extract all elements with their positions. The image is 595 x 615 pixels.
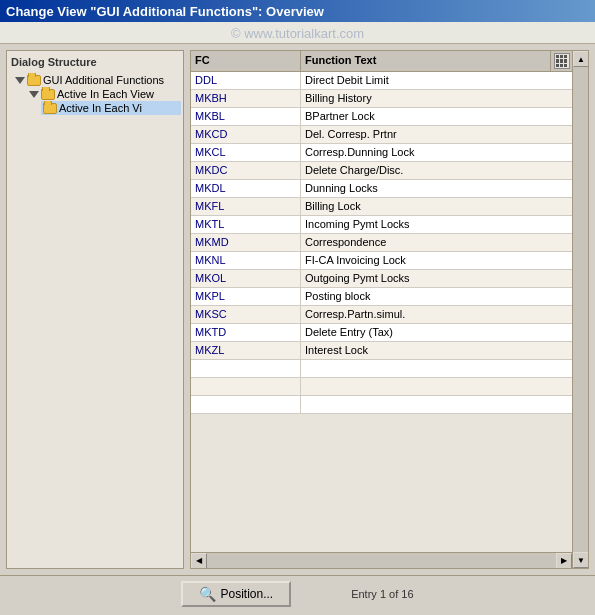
table-row[interactable]: MKZLInterest Lock <box>191 342 572 360</box>
horizontal-scrollbar[interactable]: ◀ ▶ <box>191 552 572 568</box>
cell-function-text <box>301 360 572 377</box>
folder-icon <box>27 75 41 86</box>
cell-fc: MKTL <box>191 216 301 233</box>
sidebar-title: Dialog Structure <box>9 55 181 69</box>
table-row[interactable] <box>191 378 572 396</box>
cell-function-text: Posting block <box>301 288 572 305</box>
sidebar-item-label-2: Active In Each View <box>57 88 154 100</box>
cell-function-text: Interest Lock <box>301 342 572 359</box>
table-row[interactable] <box>191 396 572 414</box>
cell-fc: MKCD <box>191 126 301 143</box>
scroll-up-button[interactable]: ▲ <box>573 51 588 67</box>
table-row[interactable]: MKTDDelete Entry (Tax) <box>191 324 572 342</box>
cell-function-text: Billing Lock <box>301 198 572 215</box>
cell-fc: DDL <box>191 72 301 89</box>
scroll-down-button[interactable]: ▼ <box>573 552 588 568</box>
cell-function-text: Billing History <box>301 90 572 107</box>
cell-function-text: Delete Charge/Disc. <box>301 162 572 179</box>
cell-function-text: FI-CA Invoicing Lock <box>301 252 572 269</box>
bottom-bar: 🔍 Position... Entry 1 of 16 <box>0 575 595 611</box>
table-body[interactable]: DDLDirect Debit LimitMKBHBilling History… <box>191 72 572 552</box>
tree-arrow-open-icon <box>15 77 25 84</box>
cell-function-text <box>301 396 572 413</box>
cell-function-text: Dunning Locks <box>301 180 572 197</box>
scroll-left-button[interactable]: ◀ <box>191 553 207 569</box>
cell-function-text <box>301 378 572 395</box>
cell-fc: MKFL <box>191 198 301 215</box>
cell-fc: MKSC <box>191 306 301 323</box>
cell-function-text: Del. Corresp. Prtnr <box>301 126 572 143</box>
cell-function-text: Corresp.Dunning Lock <box>301 144 572 161</box>
table-row[interactable]: MKDLDunning Locks <box>191 180 572 198</box>
cell-function-text: Delete Entry (Tax) <box>301 324 572 341</box>
cell-function-text: Corresp.Partn.simul. <box>301 306 572 323</box>
table-row[interactable]: MKTLIncoming Pymt Locks <box>191 216 572 234</box>
table-row[interactable]: MKSCCorresp.Partn.simul. <box>191 306 572 324</box>
table-row[interactable]: MKBLBPartner Lock <box>191 108 572 126</box>
table-row[interactable]: MKFLBilling Lock <box>191 198 572 216</box>
sidebar: Dialog Structure GUI Additional Function… <box>6 50 184 569</box>
cell-fc: MKCL <box>191 144 301 161</box>
table-row[interactable]: MKDCDelete Charge/Disc. <box>191 162 572 180</box>
table-row[interactable]: MKNLFI-CA Invoicing Lock <box>191 252 572 270</box>
watermark-text: © www.tutorialkart.com <box>231 26 364 41</box>
cell-fc: MKOL <box>191 270 301 287</box>
table-row[interactable]: MKCLCorresp.Dunning Lock <box>191 144 572 162</box>
position-btn-label: Position... <box>220 587 273 601</box>
cell-fc: MKBL <box>191 108 301 125</box>
table-row[interactable]: MKBHBilling History <box>191 90 572 108</box>
table-row[interactable]: MKCDDel. Corresp. Prtnr <box>191 126 572 144</box>
table-row[interactable]: MKOLOutgoing Pymt Locks <box>191 270 572 288</box>
cell-fc: MKMD <box>191 234 301 251</box>
table-area: FC Function Text DDLDirect Debit LimitMK… <box>190 50 589 569</box>
cell-fc: MKZL <box>191 342 301 359</box>
cell-fc: MKTD <box>191 324 301 341</box>
cell-fc <box>191 378 301 395</box>
table-row[interactable]: MKPLPosting block <box>191 288 572 306</box>
grid-settings-icon[interactable] <box>550 51 572 71</box>
watermark: © www.tutorialkart.com <box>0 22 595 44</box>
cell-fc: MKDL <box>191 180 301 197</box>
table-row[interactable]: DDLDirect Debit Limit <box>191 72 572 90</box>
title-text: Change View "GUI Additional Functions": … <box>6 4 324 19</box>
tree-arrow-open-icon-2 <box>29 91 39 98</box>
folder-icon-2 <box>41 89 55 100</box>
cell-fc: MKDC <box>191 162 301 179</box>
table-wrapper: FC Function Text DDLDirect Debit LimitMK… <box>191 51 588 568</box>
cell-fc <box>191 396 301 413</box>
position-icon: 🔍 <box>199 586 216 602</box>
sidebar-item-label-3: Active In Each Vi <box>59 102 142 114</box>
sidebar-item-active-in-each-view[interactable]: Active In Each View <box>27 87 181 101</box>
sidebar-item-active-in-each-vi[interactable]: Active In Each Vi <box>41 101 181 115</box>
cell-function-text: Correspondence <box>301 234 572 251</box>
cell-fc: MKPL <box>191 288 301 305</box>
folder-icon-3 <box>43 103 57 114</box>
grid-layout-icon <box>554 53 570 69</box>
table-row[interactable]: MKMDCorrespondence <box>191 234 572 252</box>
main-content: Dialog Structure GUI Additional Function… <box>0 44 595 575</box>
table-row[interactable] <box>191 360 572 378</box>
title-bar: Change View "GUI Additional Functions": … <box>0 0 595 22</box>
cell-function-text: BPartner Lock <box>301 108 572 125</box>
cell-fc <box>191 360 301 377</box>
cell-fc: MKNL <box>191 252 301 269</box>
cell-fc: MKBH <box>191 90 301 107</box>
entry-label: Entry 1 of 16 <box>351 588 413 600</box>
column-header-function-text: Function Text <box>301 51 550 71</box>
cell-function-text: Direct Debit Limit <box>301 72 572 89</box>
sidebar-item-label-1: GUI Additional Functions <box>43 74 164 86</box>
cell-function-text: Incoming Pymt Locks <box>301 216 572 233</box>
table-header: FC Function Text <box>191 51 572 72</box>
cell-function-text: Outgoing Pymt Locks <box>301 270 572 287</box>
position-button[interactable]: 🔍 Position... <box>181 581 291 607</box>
column-header-fc: FC <box>191 51 301 71</box>
table-main: FC Function Text DDLDirect Debit LimitMK… <box>191 51 572 568</box>
sidebar-item-gui-additional-functions[interactable]: GUI Additional Functions <box>13 73 181 87</box>
scroll-right-button[interactable]: ▶ <box>556 553 572 569</box>
scroll-v-track[interactable] <box>573 67 588 552</box>
vertical-scrollbar[interactable]: ▲ ▼ <box>572 51 588 568</box>
